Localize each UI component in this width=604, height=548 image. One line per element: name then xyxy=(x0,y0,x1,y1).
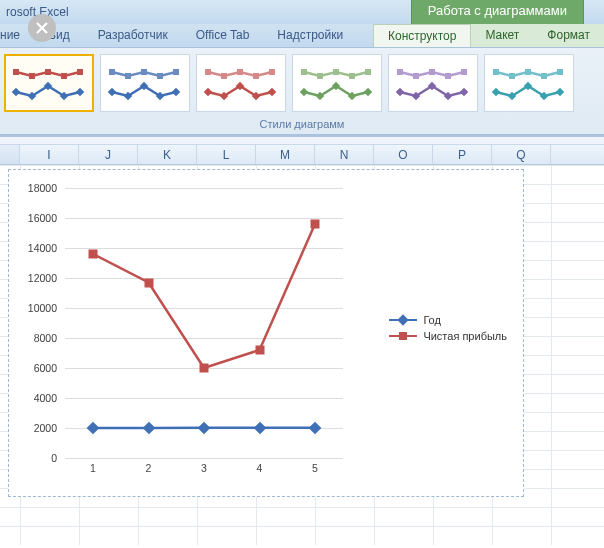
svg-rect-20 xyxy=(205,69,211,75)
svg-rect-54 xyxy=(557,69,563,75)
svg-rect-19 xyxy=(172,88,180,96)
chart-style-option-1[interactable] xyxy=(4,54,94,112)
svg-rect-35 xyxy=(300,88,308,96)
svg-rect-39 xyxy=(364,88,372,96)
svg-rect-50 xyxy=(493,69,499,75)
data-point[interactable] xyxy=(200,364,209,373)
column-hdr-J[interactable]: J xyxy=(79,145,138,164)
column-hdr-K[interactable]: K xyxy=(138,145,197,164)
svg-rect-14 xyxy=(173,69,179,75)
worksheet-area[interactable]: 0200040006000800010000120001400016000180… xyxy=(0,165,604,545)
chart-plot-area: 0200040006000800010000120001400016000180… xyxy=(21,182,511,484)
svg-rect-11 xyxy=(125,73,131,79)
embedded-chart[interactable]: 0200040006000800010000120001400016000180… xyxy=(8,169,524,497)
column-hdr-Q[interactable]: Q xyxy=(492,145,551,164)
svg-rect-32 xyxy=(333,69,339,75)
tab-addins[interactable]: Надстройки xyxy=(263,24,357,47)
x-tick-label: 1 xyxy=(90,462,96,474)
chart-style-option-5[interactable] xyxy=(388,54,478,112)
svg-rect-30 xyxy=(301,69,307,75)
y-tick-label: 6000 xyxy=(34,362,57,374)
close-icon[interactable] xyxy=(28,14,56,42)
tab-format[interactable]: Формат xyxy=(533,24,604,47)
tab-constructor[interactable]: Конструктор xyxy=(373,24,471,47)
column-hdr-partial[interactable] xyxy=(0,145,20,164)
svg-rect-34 xyxy=(365,69,371,75)
chart-style-option-3[interactable] xyxy=(196,54,286,112)
column-hdr-M[interactable]: M xyxy=(256,145,315,164)
column-hdr-N[interactable]: N xyxy=(315,145,374,164)
svg-rect-24 xyxy=(269,69,275,75)
svg-rect-23 xyxy=(253,73,259,79)
ribbon-tabs: ние Вид Разработчик Office Tab Надстройк… xyxy=(0,24,604,48)
svg-rect-55 xyxy=(492,88,500,96)
svg-rect-9 xyxy=(76,88,84,96)
x-tick-label: 2 xyxy=(146,462,152,474)
data-point[interactable] xyxy=(311,220,320,229)
y-tick-label: 8000 xyxy=(34,332,57,344)
x-tick-label: 5 xyxy=(312,462,318,474)
y-tick-label: 18000 xyxy=(28,182,57,194)
tab-developer[interactable]: Разработчик xyxy=(84,24,182,47)
svg-rect-40 xyxy=(397,69,403,75)
svg-rect-22 xyxy=(237,69,243,75)
y-tick-label: 4000 xyxy=(34,392,57,404)
svg-rect-10 xyxy=(109,69,115,75)
svg-rect-33 xyxy=(349,73,355,79)
column-hdr-O[interactable]: O xyxy=(374,145,433,164)
y-tick-label: 12000 xyxy=(28,272,57,284)
column-hdr-I[interactable]: I xyxy=(20,145,79,164)
svg-rect-29 xyxy=(268,88,276,96)
svg-rect-42 xyxy=(429,69,435,75)
y-tick-label: 16000 xyxy=(28,212,57,224)
x-tick-label: 3 xyxy=(201,462,207,474)
column-headers: I J K L M N O P Q xyxy=(0,145,604,165)
plot-region xyxy=(65,188,343,458)
svg-rect-2 xyxy=(45,69,51,75)
svg-rect-12 xyxy=(141,69,147,75)
svg-rect-44 xyxy=(461,69,467,75)
x-tick-label: 4 xyxy=(257,462,263,474)
context-tools-title: Работа с диаграммами xyxy=(411,0,584,24)
legend[interactable]: Год Чистая прибыль xyxy=(389,310,507,346)
data-point[interactable] xyxy=(89,250,98,259)
column-hdr-P[interactable]: P xyxy=(433,145,492,164)
svg-rect-31 xyxy=(317,73,323,79)
svg-rect-3 xyxy=(61,73,67,79)
tab-office-tab[interactable]: Office Tab xyxy=(182,24,264,47)
data-point[interactable] xyxy=(255,346,264,355)
svg-rect-41 xyxy=(413,73,419,79)
legend-item-1[interactable]: Год xyxy=(389,314,507,326)
y-tick-label: 10000 xyxy=(28,302,57,314)
y-tick-label: 0 xyxy=(51,452,57,464)
ribbon-group-label: Стили диаграмм xyxy=(4,112,600,134)
svg-rect-21 xyxy=(221,73,227,79)
y-axis: 0200040006000800010000120001400016000180… xyxy=(21,188,63,458)
chart-style-option-2[interactable] xyxy=(100,54,190,112)
svg-rect-53 xyxy=(541,73,547,79)
column-hdr-L[interactable]: L xyxy=(197,145,256,164)
svg-rect-59 xyxy=(556,88,564,96)
svg-rect-4 xyxy=(77,69,83,75)
data-point[interactable] xyxy=(144,278,153,287)
y-tick-label: 2000 xyxy=(34,422,57,434)
ribbon: Стили диаграмм xyxy=(0,48,604,135)
chart-style-option-6[interactable] xyxy=(484,54,574,112)
svg-rect-45 xyxy=(396,88,404,96)
chart-style-option-4[interactable] xyxy=(292,54,382,112)
chart-styles-gallery xyxy=(4,54,600,112)
tab-layout[interactable]: Макет xyxy=(471,24,533,47)
legend-label-2: Чистая прибыль xyxy=(423,330,507,342)
svg-rect-52 xyxy=(525,69,531,75)
svg-rect-0 xyxy=(13,69,19,75)
svg-rect-43 xyxy=(445,73,451,79)
legend-item-2[interactable]: Чистая прибыль xyxy=(389,330,507,342)
svg-rect-15 xyxy=(108,88,116,96)
svg-rect-51 xyxy=(509,73,515,79)
svg-rect-25 xyxy=(204,88,212,96)
svg-rect-49 xyxy=(460,88,468,96)
svg-rect-5 xyxy=(12,88,20,96)
svg-rect-13 xyxy=(157,73,163,79)
formula-bar-gap xyxy=(0,137,604,145)
y-tick-label: 14000 xyxy=(28,242,57,254)
